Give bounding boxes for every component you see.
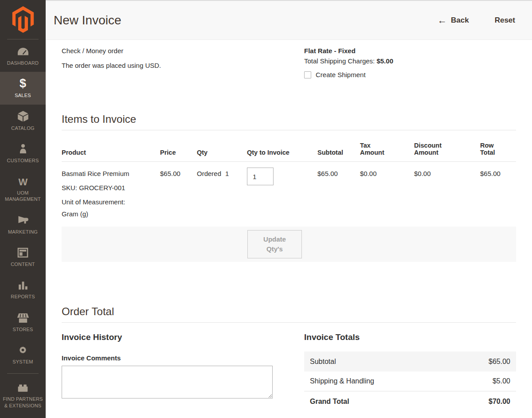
shipping-charges: Total Shipping Charges: $5.00: [304, 57, 393, 65]
product-uom-value: Gram (g): [62, 210, 156, 218]
items-section-title: Items to Invoice: [62, 113, 516, 130]
sidebar-item-label: REPORTS: [11, 293, 35, 300]
column-header-product: Product: [62, 130, 160, 162]
sidebar-item-label: FIND PARTNERS & EXTENSIONS: [1, 396, 44, 409]
invoice-totals-table: Subtotal $65.00 Shipping & Handling $5.0…: [304, 352, 516, 411]
page-title: New Invoice: [54, 13, 121, 27]
items-table-footer: Update Qty's: [62, 227, 516, 262]
sidebar-item-label: CONTENT: [11, 261, 35, 267]
shipping-charges-value: $5.00: [376, 57, 393, 65]
column-header-row-total: Row Total: [480, 130, 516, 162]
order-total-section-title: Order Total: [62, 305, 516, 323]
bar-chart-icon: [17, 278, 29, 291]
main-panel: New Invoice ← Back Reset Check / Money o…: [46, 0, 532, 418]
sidebar-item-stores[interactable]: STORES: [0, 306, 46, 338]
column-header-qty-to-invoice: Qty to Invoice: [247, 130, 317, 162]
totals-label: Subtotal: [310, 358, 336, 366]
shipping-info: Flat Rate - Fixed Total Shipping Charges…: [304, 47, 393, 78]
admin-sidebar: DASHBOARD $ SALES CATALOG: [0, 0, 46, 418]
uom-icon: W: [19, 175, 27, 187]
invoice-totals-panel: Invoice Totals Subtotal $65.00 Shipping …: [304, 332, 516, 411]
sidebar-item-label: CATALOG: [11, 125, 34, 131]
column-header-qty: Qty: [197, 130, 247, 162]
payment-currency-note: The order was placed using USD.: [62, 62, 304, 69]
qty-to-invoice-input[interactable]: [247, 168, 274, 185]
totals-label: Shipping & Handling: [310, 377, 374, 385]
megaphone-icon: [17, 214, 29, 226]
totals-value: $65.00: [489, 358, 510, 366]
reset-button[interactable]: Reset: [495, 16, 515, 25]
sidebar-item-label: STORES: [12, 326, 33, 332]
invoice-comments-textarea[interactable]: [62, 366, 273, 398]
create-shipment-label: Create Shipment: [316, 71, 366, 78]
extensions-brick-icon: [16, 381, 29, 393]
layout-icon: [17, 246, 29, 258]
items-table: Product Price Qty Qty to Invoice Subtota…: [62, 130, 516, 227]
totals-label: Grand Total: [310, 398, 349, 406]
back-button[interactable]: ← Back: [438, 16, 469, 25]
qty-cell: Ordered 1: [197, 162, 247, 227]
product-cell: Basmati Rice Premium SKU: GROCERY-001 Un…: [62, 162, 160, 227]
tax-amount-cell: $0.00: [360, 162, 414, 227]
sidebar-nav: DASHBOARD $ SALES CATALOG: [0, 39, 46, 414]
shipping-method: Flat Rate - Fixed: [304, 47, 393, 55]
sidebar-item-dashboard[interactable]: DASHBOARD: [0, 39, 46, 72]
order-total-section: Invoice History Invoice Comments Invoice…: [62, 332, 516, 411]
back-button-label: Back: [451, 16, 469, 25]
totals-row-grand-total: Grand Total $70.00: [304, 391, 516, 411]
sidebar-item-label: CUSTOMERS: [7, 157, 39, 164]
sidebar-item-content[interactable]: CONTENT: [0, 241, 46, 273]
sidebar-item-label: SYSTEM: [12, 359, 33, 365]
create-shipment-row: Create Shipment: [304, 71, 393, 78]
box-icon: [17, 110, 29, 122]
payment-info: Check / Money order The order was placed…: [62, 47, 304, 78]
sidebar-item-uom-management[interactable]: W UOM MANAGEMENT: [0, 169, 46, 208]
page-header: New Invoice ← Back Reset: [46, 1, 532, 40]
gauge-icon: [16, 45, 30, 57]
magento-admin-app: DASHBOARD $ SALES CATALOG: [0, 0, 532, 418]
invoice-comments-label: Invoice Comments: [62, 354, 304, 362]
discount-amount-cell: $0.00: [414, 162, 480, 227]
sidebar-item-find-partners[interactable]: FIND PARTNERS & EXTENSIONS: [0, 375, 46, 414]
product-uom-label: Unit of Measurement:: [62, 198, 156, 206]
sidebar-item-system[interactable]: SYSTEM: [0, 338, 46, 371]
reset-button-label: Reset: [495, 16, 515, 25]
invoice-history-panel: Invoice History Invoice Comments: [62, 332, 304, 411]
sidebar-item-sales[interactable]: $ SALES: [0, 72, 46, 104]
person-icon: [18, 142, 28, 155]
payment-shipping-section: Check / Money order The order was placed…: [62, 47, 516, 78]
sidebar-item-label: DASHBOARD: [7, 60, 39, 66]
product-sku: SKU: GROCERY-001: [62, 184, 156, 191]
qty-ordered-value: 1: [225, 170, 229, 218]
price-cell: $65.00: [160, 162, 197, 227]
totals-value: $5.00: [493, 377, 510, 385]
shipping-charges-label: Total Shipping Charges:: [304, 57, 375, 65]
qty-ordered-label: Ordered: [197, 170, 221, 218]
store-icon: [17, 311, 29, 324]
product-name: Basmati Rice Premium: [62, 170, 156, 177]
invoice-history-title: Invoice History: [62, 332, 304, 342]
totals-row-subtotal: Subtotal $65.00: [304, 352, 516, 371]
sidebar-item-reports[interactable]: REPORTS: [0, 273, 46, 305]
column-header-discount-amount: Discount Amount: [414, 130, 480, 162]
sidebar-item-label: SALES: [15, 92, 31, 98]
column-header-subtotal: Subtotal: [317, 130, 360, 162]
update-qtys-button[interactable]: Update Qty's: [247, 230, 302, 258]
sidebar-item-marketing[interactable]: MARKETING: [0, 208, 46, 241]
sidebar-item-customers[interactable]: CUSTOMERS: [0, 137, 46, 169]
header-actions: ← Back Reset: [438, 16, 515, 25]
create-shipment-checkbox[interactable]: [304, 71, 311, 78]
invoice-totals-title: Invoice Totals: [304, 332, 516, 342]
sidebar-item-label: MARKETING: [8, 229, 38, 235]
back-arrow-icon: ←: [438, 16, 447, 25]
column-header-tax-amount: Tax Amount: [360, 130, 414, 162]
subtotal-cell: $65.00: [317, 162, 360, 227]
magento-logo-icon: [12, 6, 34, 33]
page-content: Check / Money order The order was placed…: [46, 40, 532, 411]
sidebar-item-catalog[interactable]: CATALOG: [0, 105, 46, 137]
sidebar-divider: [7, 373, 39, 374]
column-header-price: Price: [160, 130, 197, 162]
magento-logo[interactable]: [0, 0, 46, 39]
gear-icon: [17, 344, 29, 356]
sidebar-item-label: UOM MANAGEMENT: [1, 190, 44, 203]
